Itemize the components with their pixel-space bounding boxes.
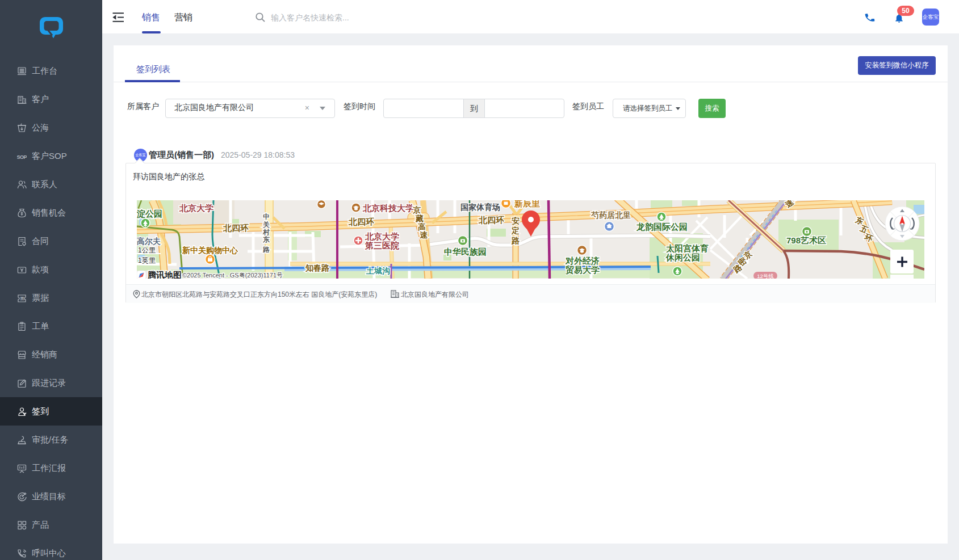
svg-text:中: 中 xyxy=(263,213,270,221)
svg-text:北京科技大学: 北京科技大学 xyxy=(362,203,414,213)
svg-text:太阳宫体育: 太阳宫体育 xyxy=(665,243,709,253)
svg-text:知春路: 知春路 xyxy=(305,263,330,272)
svg-text:1公里: 1公里 xyxy=(138,246,156,254)
svg-text:票: 票 xyxy=(20,296,24,301)
svg-text:北四环: 北四环 xyxy=(348,217,374,226)
svg-text:定: 定 xyxy=(511,226,520,235)
svg-text:北京大学: 北京大学 xyxy=(179,203,213,213)
svg-text:藏: 藏 xyxy=(415,214,424,223)
svg-text:新中关购物中心: 新中关购物中心 xyxy=(182,246,238,255)
svg-text:休闲公园: 休闲公园 xyxy=(665,252,700,262)
svg-text:第三医院: 第三医院 xyxy=(365,241,400,250)
svg-text:北京大学: 北京大学 xyxy=(365,231,399,241)
svg-text:国家体育场: 国家体育场 xyxy=(460,203,500,212)
svg-text:村: 村 xyxy=(262,228,270,236)
svg-text:北四环: 北四环 xyxy=(223,223,249,233)
svg-text:SOP: SOP xyxy=(17,154,27,159)
svg-text:安: 安 xyxy=(512,216,520,225)
svg-text:北四环: 北四环 xyxy=(478,215,504,225)
svg-text:中华民族园: 中华民族园 xyxy=(444,247,487,256)
svg-text:新辰里: 新辰里 xyxy=(514,200,540,208)
svg-text:12号线: 12号线 xyxy=(757,273,774,279)
svg-text:高尔夫: 高尔夫 xyxy=(137,237,161,246)
svg-text:芍药居北里: 芍药居北里 xyxy=(591,210,631,220)
svg-text:贸易大学: 贸易大学 xyxy=(566,265,600,275)
svg-text:京: 京 xyxy=(412,205,421,214)
svg-text:798艺术区: 798艺术区 xyxy=(786,235,826,245)
svg-text:路: 路 xyxy=(262,246,270,254)
svg-text:路: 路 xyxy=(511,236,520,245)
svg-text:©2025 Tencent - GS粤(2023)1171号: ©2025 Tencent - GS粤(2023)1171号 xyxy=(182,272,283,279)
svg-text:腾讯地图: 腾讯地图 xyxy=(147,270,182,279)
svg-text:龙韵国际公园: 龙韵国际公园 xyxy=(636,222,688,231)
svg-text:东: 东 xyxy=(262,235,270,243)
svg-text:淀公园: 淀公园 xyxy=(137,209,162,218)
svg-text:土城沟: 土城沟 xyxy=(366,266,390,275)
svg-text:1英里: 1英里 xyxy=(138,256,156,264)
svg-text:速: 速 xyxy=(420,230,428,239)
svg-text:关: 关 xyxy=(262,221,270,229)
